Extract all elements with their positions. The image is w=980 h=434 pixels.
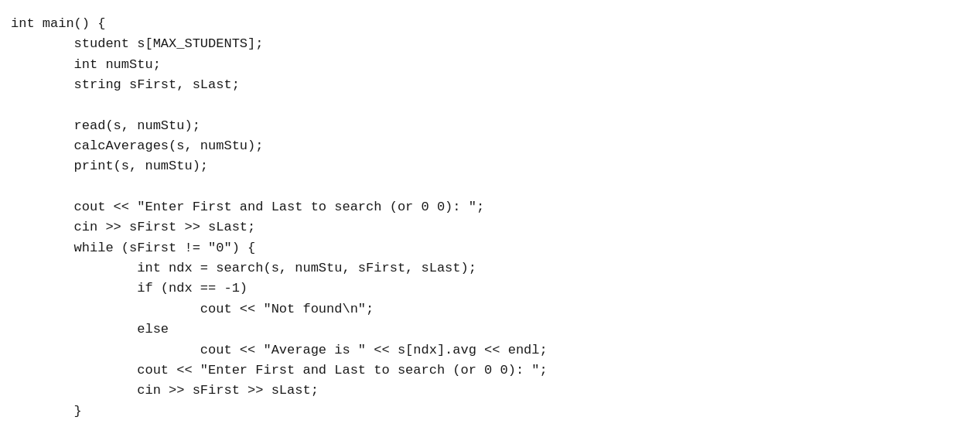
code-display: int main() { student s[MAX_STUDENTS]; in…: [11, 14, 965, 434]
